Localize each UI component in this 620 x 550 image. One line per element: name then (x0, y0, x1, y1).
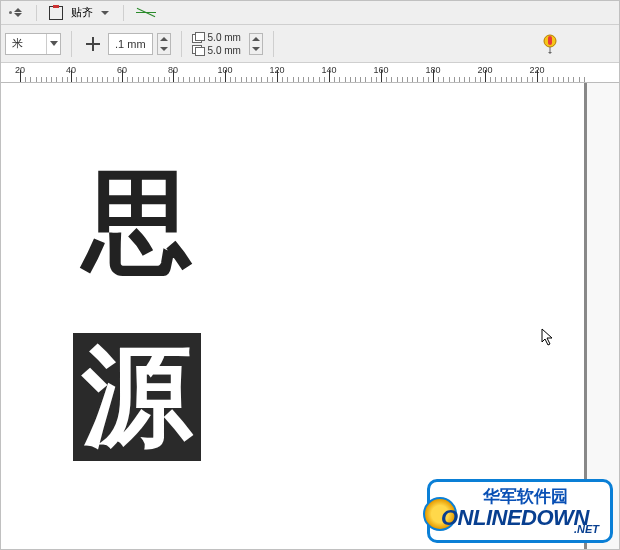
horizontal-ruler[interactable]: 20406080100120140160180200220 (1, 63, 619, 83)
duplicate-x-icon (192, 32, 204, 42)
ruler-tick-label: 160 (373, 65, 388, 75)
nudge-distance-value[interactable]: .1 mm (109, 38, 152, 50)
units-combo[interactable]: 米 (5, 33, 61, 55)
nudge-distance-stepper[interactable] (157, 33, 171, 55)
ruler-tick-label: 140 (321, 65, 336, 75)
toolbar-divider (123, 5, 124, 21)
snap-icon[interactable] (49, 6, 63, 20)
duplicate-distance-stepper[interactable] (249, 33, 263, 55)
ruler-tick-label: 80 (168, 65, 178, 75)
text-object-2[interactable]: 源 (82, 342, 192, 452)
text-object-2-selection[interactable]: 源 (73, 333, 201, 461)
property-bar: 米 .1 mm 5.0 mm 5.0 mm (1, 25, 619, 63)
snap-label[interactable]: 贴齐 (71, 5, 93, 20)
ruler-tick-label: 100 (217, 65, 232, 75)
toolbar-divider (181, 31, 182, 57)
toolbar-divider (273, 31, 274, 57)
chevron-down-icon[interactable] (46, 34, 60, 54)
mouse-cursor-icon (541, 328, 555, 346)
ruler-tick-label: 200 (477, 65, 492, 75)
badge-title-en: ONLINEDOWN (441, 505, 589, 531)
snap-dropdown[interactable] (101, 11, 111, 15)
ruler-tick-label: 180 (425, 65, 440, 75)
nudge-distance-field[interactable]: .1 mm (82, 33, 171, 55)
ruler-tick-label: 220 (529, 65, 544, 75)
ruler-tick-label: 120 (269, 65, 284, 75)
text-object-1[interactable]: 思 (83, 168, 193, 278)
duplicate-x-value[interactable]: 5.0 mm (208, 32, 241, 43)
duplicate-distance-group: 5.0 mm 5.0 mm (192, 32, 241, 56)
ruler-tick-label: 60 (117, 65, 127, 75)
canvas-area[interactable]: 思 源 华军软件园 ONLINEDOWN .NET (1, 83, 619, 549)
units-combo-value: 米 (6, 36, 46, 51)
font-size-stepper[interactable] (9, 8, 24, 17)
nudge-icon (82, 33, 104, 55)
watermark-badge: 华军软件园 ONLINEDOWN .NET (427, 479, 613, 543)
svg-rect-1 (548, 36, 552, 45)
toolbar-divider (71, 31, 72, 57)
ruler-tick-label: 20 (15, 65, 25, 75)
badge-domain: .NET (574, 523, 599, 535)
duplicate-y-value[interactable]: 5.0 mm (208, 45, 241, 56)
ruler-tick-label: 40 (66, 65, 76, 75)
toolbar-divider (36, 5, 37, 21)
dynamic-guides-icon[interactable] (136, 6, 156, 20)
hints-balloon-icon[interactable] (541, 33, 559, 55)
standard-toolbar: 贴齐 (1, 1, 619, 25)
duplicate-y-icon (192, 45, 204, 55)
